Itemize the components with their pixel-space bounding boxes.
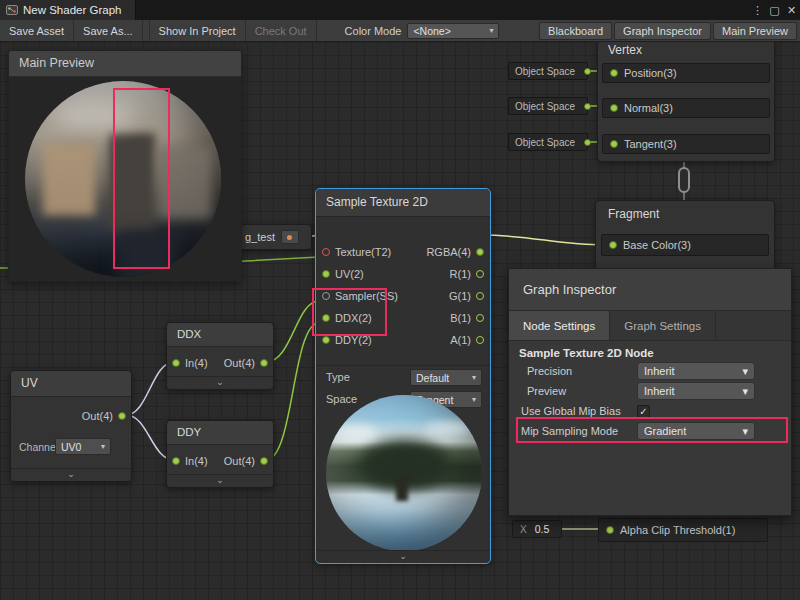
ddx-node[interactable]: DDX In(4) Out(4) ⌄ (166, 322, 274, 390)
color-mode-label: Color Mode (345, 25, 402, 37)
chevron-down-icon: ▾ (742, 425, 748, 438)
port-dot-icon[interactable] (584, 103, 591, 110)
ddx-node-title[interactable]: DDX (167, 323, 273, 347)
port-dot-icon[interactable] (260, 457, 268, 465)
port-dot-icon[interactable] (322, 248, 330, 256)
port-dot-icon[interactable] (322, 336, 330, 344)
toolbar: Save Asset Save As... Show In Project Ch… (0, 20, 800, 42)
save-asset-button[interactable]: Save Asset (0, 20, 74, 41)
vertex-node[interactable]: Vertex Position(3) Normal(3) Tangent(3) (597, 40, 775, 162)
input-port-uv[interactable]: UV(2) (322, 265, 364, 283)
uv-node-title[interactable]: UV (11, 371, 131, 397)
main-preview-panel[interactable]: Main Preview (8, 50, 242, 282)
show-in-project-button[interactable]: Show In Project (149, 20, 246, 41)
port-dot-icon[interactable] (584, 139, 591, 146)
texture-asset-field[interactable] (281, 230, 299, 244)
window-controls: ⋮ ▢ ✕ (749, 0, 800, 20)
port-dot-icon[interactable] (172, 359, 180, 367)
port-dot-icon[interactable] (606, 526, 614, 534)
object-space-dropdown-tangent[interactable]: Object Space (508, 133, 588, 151)
graph-inspector-title[interactable]: Graph Inspector (509, 269, 791, 311)
object-space-dropdown-normal[interactable]: Object Space (508, 97, 588, 115)
preview-dropdown[interactable]: Inherit ▾ (637, 382, 755, 400)
mip-bias-checkbox[interactable]: ✓ (637, 405, 650, 418)
vertex-port-position[interactable]: Position(3) (602, 63, 770, 83)
main-preview-title[interactable]: Main Preview (9, 51, 241, 77)
input-port-ddy[interactable]: DDY(2) (322, 331, 372, 349)
main-preview-body (9, 77, 241, 281)
port-dot-icon[interactable] (476, 336, 484, 344)
output-port-r[interactable]: R(1) (450, 265, 484, 283)
port-dot-icon[interactable] (322, 292, 330, 300)
ddy-in-port[interactable]: In(4) (172, 452, 208, 470)
collapse-chevron-icon[interactable]: ⌄ (316, 550, 490, 563)
shader-graph-icon (6, 4, 18, 16)
port-dot-icon[interactable] (609, 241, 617, 249)
output-port-rgba[interactable]: RGBA(4) (426, 243, 484, 261)
object-space-dropdown-position[interactable]: Object Space (508, 62, 588, 80)
port-dot-icon[interactable] (260, 359, 268, 367)
document-tab[interactable]: New Shader Graph (0, 0, 136, 20)
ddx-out-port[interactable]: Out(4) (224, 354, 268, 372)
blackboard-toggle[interactable]: Blackboard (539, 22, 612, 40)
texture-asset-label: g_test (245, 231, 275, 243)
port-dot-icon[interactable] (610, 104, 618, 112)
precision-dropdown[interactable]: Inherit ▾ (637, 362, 755, 380)
mip-mode-dropdown[interactable]: Gradient ▾ (637, 422, 755, 440)
output-port-a[interactable]: A(1) (450, 331, 484, 349)
texture-asset-node[interactable]: g_test (236, 224, 312, 250)
preview-row: Preview Inherit ▾ (509, 381, 791, 401)
output-port-b[interactable]: B(1) (450, 309, 484, 327)
main-preview-toggle[interactable]: Main Preview (713, 22, 797, 40)
ddy-node[interactable]: DDY In(4) Out(4) ⌄ (166, 420, 274, 488)
fragment-port-alpha-clip[interactable]: Alpha Clip Threshold(1) (598, 518, 768, 542)
port-dot-icon[interactable] (610, 140, 618, 148)
main-preview-sphere (25, 81, 221, 277)
input-port-ddx[interactable]: DDX(2) (322, 309, 372, 327)
port-dot-icon[interactable] (476, 270, 484, 278)
ddy-node-title[interactable]: DDY (167, 421, 273, 445)
collapse-chevron-icon[interactable]: ⌄ (11, 468, 131, 481)
type-dropdown[interactable]: Default ▾ (410, 369, 482, 386)
port-dot-icon[interactable] (476, 248, 484, 256)
collapse-chevron-icon[interactable]: ⌄ (167, 474, 273, 487)
color-mode-dropdown[interactable]: <None> ▾ (407, 23, 499, 39)
fragment-port-basecolor[interactable]: Base Color(3) (601, 234, 769, 256)
close-icon[interactable]: ✕ (783, 0, 800, 20)
vertex-port-tangent[interactable]: Tangent(3) (602, 134, 770, 154)
port-dot-icon[interactable] (322, 270, 330, 278)
sample-texture-2d-node[interactable]: Sample Texture 2D Texture(T2) UV(2) Samp… (315, 188, 491, 564)
color-mode-group: Color Mode <None> ▾ (345, 20, 500, 41)
type-label: Type (326, 371, 350, 383)
graph-inspector-panel[interactable]: Graph Inspector Node Settings Graph Sett… (508, 268, 792, 516)
collapse-chevron-icon[interactable]: ⌄ (167, 376, 273, 389)
shader-graph-window: New Shader Graph ⋮ ▢ ✕ Save Asset Save A… (0, 0, 800, 600)
port-dot-icon[interactable] (118, 412, 126, 420)
ddy-out-port[interactable]: Out(4) (224, 452, 268, 470)
vector-x-input[interactable]: X 0.5 (512, 520, 562, 538)
output-port-g[interactable]: G(1) (449, 287, 484, 305)
port-dot-icon[interactable] (476, 292, 484, 300)
uv-node[interactable]: UV Out(4) Channe UV0 ▾ ⌄ (10, 370, 132, 482)
more-options-icon[interactable]: ⋮ (749, 0, 766, 20)
port-dot-icon[interactable] (172, 457, 180, 465)
mip-mode-row: Mip Sampling Mode Gradient ▾ (509, 421, 791, 441)
save-as-button[interactable]: Save As... (74, 20, 143, 41)
maximize-icon[interactable]: ▢ (766, 0, 783, 20)
input-port-texture[interactable]: Texture(T2) (322, 243, 391, 261)
inspector-section-title: Sample Texture 2D Node (519, 347, 791, 359)
input-port-sampler[interactable]: Sampler(SS) (322, 287, 398, 305)
port-dot-icon[interactable] (584, 68, 591, 75)
channel-dropdown[interactable]: UV0 ▾ (55, 438, 111, 455)
sample-texture-node-title[interactable]: Sample Texture 2D (316, 189, 490, 217)
tab-node-settings[interactable]: Node Settings (509, 311, 610, 340)
graph-inspector-toggle[interactable]: Graph Inspector (614, 22, 711, 40)
port-dot-icon[interactable] (476, 314, 484, 322)
tab-graph-settings[interactable]: Graph Settings (610, 311, 716, 340)
vertex-port-normal[interactable]: Normal(3) (602, 98, 770, 118)
port-dot-icon[interactable] (322, 314, 330, 322)
texture-dot-icon (287, 235, 292, 240)
port-dot-icon[interactable] (610, 69, 618, 77)
ddx-in-port[interactable]: In(4) (172, 354, 208, 372)
uv-out-port[interactable]: Out(4) (82, 407, 126, 425)
